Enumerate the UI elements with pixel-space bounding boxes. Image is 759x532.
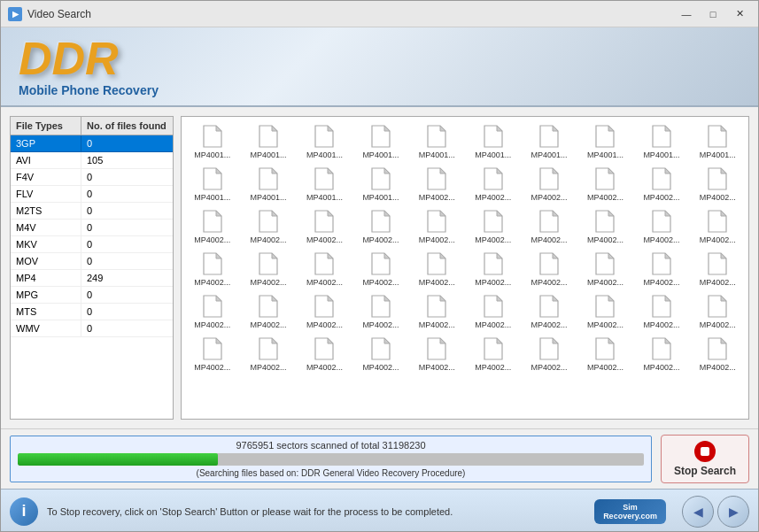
nav-back-button[interactable]: ◀	[682, 496, 714, 528]
file-item[interactable]: MP4002...	[578, 290, 632, 331]
file-item[interactable]: MP4002...	[466, 290, 520, 331]
file-item[interactable]: MP4001...	[185, 163, 239, 204]
file-name: MP4002...	[355, 363, 406, 372]
file-item[interactable]: MP4002...	[466, 163, 520, 204]
file-item[interactable]: MP4002...	[241, 248, 295, 289]
file-item[interactable]: MP4002...	[185, 333, 239, 374]
maximize-button[interactable]: □	[701, 5, 724, 23]
file-type-row-m4v[interactable]: M4V 0	[11, 220, 173, 236]
file-item[interactable]: MP4001...	[298, 120, 352, 161]
file-type-row-mkv[interactable]: MKV 0	[11, 236, 173, 253]
sim-text-line2: Recovery.com	[603, 512, 657, 520]
file-item[interactable]: MP4002...	[578, 163, 632, 204]
file-name: MP4002...	[523, 193, 574, 202]
file-item[interactable]: MP4001...	[410, 120, 464, 161]
file-item[interactable]: MP4002...	[185, 205, 239, 246]
file-item[interactable]: MP4001...	[466, 120, 520, 161]
file-item[interactable]: MP4002...	[634, 205, 688, 246]
file-item[interactable]: MP4002...	[691, 163, 745, 204]
file-item[interactable]: MP4002...	[578, 333, 632, 374]
file-item[interactable]: MP4002...	[298, 290, 352, 331]
file-item[interactable]: MP4001...	[353, 120, 407, 161]
file-item[interactable]: MP4002...	[634, 290, 688, 331]
close-button[interactable]: ✕	[728, 5, 751, 23]
file-name: MP4001...	[636, 150, 686, 159]
file-icon	[370, 166, 391, 191]
file-icon	[483, 251, 504, 276]
file-item[interactable]: MP4002...	[353, 333, 407, 374]
file-item[interactable]: MP4002...	[522, 333, 576, 374]
file-name: MP4001...	[187, 193, 237, 202]
file-type-name: 3GP	[11, 135, 81, 152]
file-item[interactable]: MP4002...	[298, 333, 352, 374]
file-item[interactable]: MP4002...	[522, 248, 576, 289]
file-name: MP4002...	[580, 278, 631, 287]
file-item[interactable]: MP4002...	[466, 333, 520, 374]
file-item[interactable]: MP4001...	[353, 163, 407, 204]
file-item[interactable]: MP4001...	[241, 163, 295, 204]
file-icon	[538, 124, 560, 149]
file-item[interactable]: MP4002...	[634, 163, 688, 204]
file-icon	[707, 124, 728, 149]
file-item[interactable]: MP4001...	[185, 120, 239, 161]
file-item[interactable]: MP4002...	[522, 205, 576, 246]
file-item[interactable]: MP4002...	[353, 205, 407, 246]
file-item[interactable]: MP4002...	[634, 333, 688, 374]
file-name: MP4001...	[580, 150, 631, 159]
file-type-row-avi[interactable]: AVI 105	[11, 152, 173, 169]
file-item[interactable]: MP4001...	[691, 120, 745, 161]
nav-forward-button[interactable]: ▶	[717, 496, 749, 528]
file-type-row-mov[interactable]: MOV 0	[11, 253, 173, 270]
file-item[interactable]: MP4002...	[241, 333, 295, 374]
file-item[interactable]: MP4002...	[241, 205, 295, 246]
stop-search-button[interactable]: Stop Search	[661, 435, 749, 483]
file-item[interactable]: MP4002...	[410, 333, 464, 374]
file-type-row-3gp[interactable]: 3GP 0	[11, 135, 173, 152]
file-icon	[651, 336, 672, 361]
file-item[interactable]: MP4001...	[298, 163, 352, 204]
file-type-row-mpg[interactable]: MPG 0	[11, 287, 173, 304]
file-item[interactable]: MP4002...	[578, 205, 632, 246]
file-item[interactable]: MP4002...	[691, 333, 745, 374]
file-name: MP4002...	[187, 363, 237, 372]
file-item[interactable]: MP4002...	[578, 248, 632, 289]
file-type-row-mp4[interactable]: MP4 249	[11, 270, 173, 287]
file-item[interactable]: MP4001...	[634, 120, 688, 161]
file-item[interactable]: MP4002...	[410, 205, 464, 246]
file-grid-panel[interactable]: MP4001... MP4001... MP4001... MP4001... …	[181, 116, 749, 420]
minimize-button[interactable]: —	[675, 5, 698, 23]
file-item[interactable]: MP4002...	[634, 248, 688, 289]
file-item[interactable]: MP4002...	[353, 290, 407, 331]
file-types-header: File Types No. of files found	[11, 117, 173, 135]
file-type-row-m2ts[interactable]: M2TS 0	[11, 203, 173, 220]
file-item[interactable]: MP4002...	[241, 290, 295, 331]
file-item[interactable]: MP4002...	[691, 248, 745, 289]
file-item[interactable]: MP4002...	[185, 248, 239, 289]
file-item[interactable]: MP4002...	[466, 248, 520, 289]
file-type-row-mts[interactable]: MTS 0	[11, 304, 173, 320]
file-type-row-wmv[interactable]: WMV 0	[11, 320, 173, 337]
file-item[interactable]: MP4001...	[522, 120, 576, 161]
file-item[interactable]: MP4002...	[466, 205, 520, 246]
file-item[interactable]: MP4002...	[410, 248, 464, 289]
file-item[interactable]: MP4002...	[410, 163, 464, 204]
file-item[interactable]: MP4001...	[241, 120, 295, 161]
file-item[interactable]: MP4002...	[410, 290, 464, 331]
file-type-name: F4V	[11, 169, 81, 186]
file-type-row-f4v[interactable]: F4V 0	[11, 169, 173, 186]
progress-bar-bg	[18, 453, 644, 466]
file-item[interactable]: MP4002...	[522, 163, 576, 204]
progress-box: 9765951 sectors scanned of total 3119823…	[10, 436, 652, 482]
file-type-row-flv[interactable]: FLV 0	[11, 186, 173, 203]
file-icon	[258, 251, 279, 276]
file-item[interactable]: MP4002...	[185, 290, 239, 331]
file-item[interactable]: MP4002...	[691, 205, 745, 246]
file-item[interactable]: MP4002...	[522, 290, 576, 331]
file-item[interactable]: MP4002...	[353, 248, 407, 289]
file-item[interactable]: MP4002...	[298, 248, 352, 289]
file-icon	[594, 209, 616, 234]
file-item[interactable]: MP4002...	[298, 205, 352, 246]
stop-icon	[694, 441, 716, 462]
file-item[interactable]: MP4002...	[691, 290, 745, 331]
file-item[interactable]: MP4001...	[578, 120, 632, 161]
